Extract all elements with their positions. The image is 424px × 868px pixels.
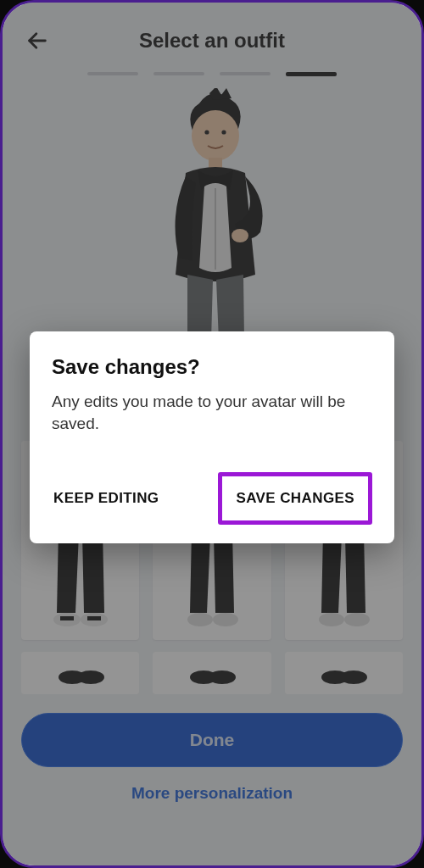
progress-step [87, 72, 138, 75]
svg-point-20 [319, 613, 344, 626]
done-button[interactable]: Done [21, 713, 403, 767]
svg-point-23 [77, 670, 104, 684]
svg-point-27 [340, 670, 367, 684]
svg-point-1 [192, 110, 239, 161]
svg-rect-4 [209, 158, 222, 168]
dialog-body: Any edits you made to your avatar will b… [52, 391, 372, 435]
svg-rect-16 [87, 616, 101, 620]
outfit-card[interactable] [153, 652, 271, 694]
svg-point-6 [232, 229, 248, 242]
svg-rect-15 [60, 616, 74, 620]
svg-point-2 [204, 130, 209, 134]
outfit-card[interactable] [21, 652, 139, 694]
progress-indicator [3, 67, 421, 85]
more-personalization-link[interactable]: More personalization [3, 776, 421, 820]
save-changes-highlight: SAVE CHANGES [218, 472, 372, 525]
progress-step [153, 72, 204, 75]
svg-point-21 [344, 613, 370, 626]
header: Select an outfit [3, 3, 421, 67]
keep-editing-button[interactable]: KEEP EDITING [52, 480, 160, 517]
dialog-actions: KEEP EDITING SAVE CHANGES [52, 472, 372, 525]
save-changes-dialog: Save changes? Any edits you made to your… [30, 331, 394, 543]
save-changes-button[interactable]: SAVE CHANGES [226, 481, 365, 515]
svg-point-25 [209, 670, 236, 684]
progress-step-active [286, 72, 337, 76]
shoe-icon [55, 660, 106, 686]
progress-step [220, 72, 271, 75]
outfit-grid-row2 [3, 640, 421, 694]
done-label: Done [190, 730, 235, 750]
svg-point-3 [221, 130, 226, 134]
page-title: Select an outfit [23, 29, 401, 53]
shoe-icon [187, 660, 237, 686]
svg-point-17 [187, 613, 213, 626]
shoe-icon [318, 660, 369, 686]
outfit-card[interactable] [285, 652, 403, 694]
svg-point-18 [213, 613, 238, 626]
dialog-title: Save changes? [52, 355, 372, 379]
app-screen: Select an outfit [0, 0, 424, 868]
